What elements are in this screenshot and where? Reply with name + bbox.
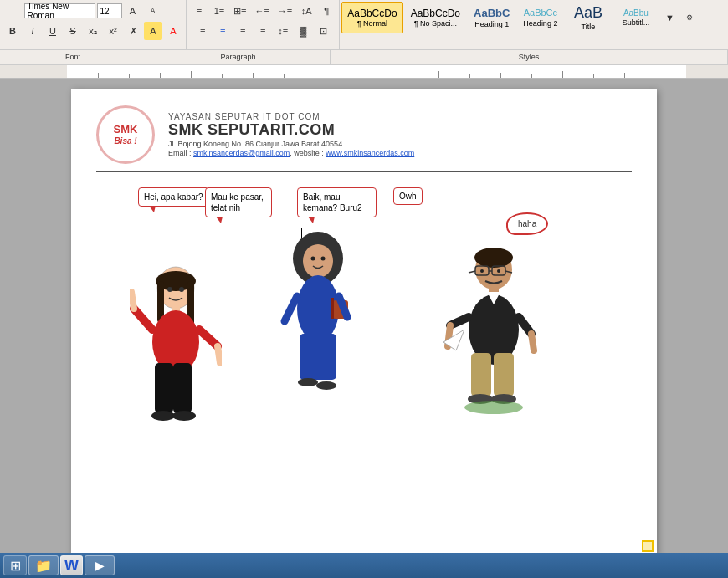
logo: SMK Bisa ! bbox=[96, 105, 155, 164]
strikethrough-btn[interactable]: S bbox=[64, 22, 82, 40]
svg-point-36 bbox=[480, 269, 484, 273]
toolbar: Times New Roman 12 A A B I U S x₂ x² ✗ A… bbox=[0, 0, 728, 50]
font-color-btn[interactable]: A bbox=[164, 22, 182, 40]
decrease-indent-btn[interactable]: ←≡ bbox=[251, 2, 272, 20]
clear-format-btn[interactable]: ✗ bbox=[124, 22, 142, 40]
bold-btn[interactable]: B bbox=[3, 22, 22, 40]
svg-rect-26 bbox=[300, 334, 336, 380]
address: Jl. Bojong Koneng No. 86 Cianjur Jawa Ba… bbox=[168, 140, 414, 148]
font-size-box[interactable]: 12 bbox=[97, 3, 122, 18]
svg-line-13 bbox=[218, 346, 220, 363]
increase-indent-btn[interactable]: →≡ bbox=[274, 2, 295, 20]
style-subtitle-preview: AaBbu bbox=[623, 8, 649, 18]
justify-btn[interactable]: ≡ bbox=[254, 22, 272, 40]
svg-point-37 bbox=[497, 269, 500, 273]
logo-smk: SMK bbox=[114, 123, 138, 136]
svg-point-27 bbox=[298, 378, 318, 386]
document-page[interactable]: SMK Bisa ! YAYASAN SEPUTAR IT DOT COM SM… bbox=[71, 89, 657, 553]
svg-point-8 bbox=[151, 411, 175, 421]
logo-bisa: Bisa ! bbox=[114, 136, 136, 146]
media-btn[interactable]: ▶ bbox=[85, 555, 115, 575]
doc-content[interactable]: Hei, apa kabar? Mau ke pasar, telat nih … bbox=[96, 179, 632, 539]
style-heading1-btn[interactable]: AaBbC Heading 1 bbox=[468, 2, 515, 33]
style-title-label: Title bbox=[582, 23, 596, 31]
header-text: YAYASAN SEPUTAR IT DOT COM SMK SEPUTARIT… bbox=[168, 112, 414, 157]
bubble-5: haha bbox=[506, 212, 548, 235]
shrink-font-btn[interactable]: A bbox=[144, 2, 162, 20]
bubble-1-text: Hei, apa kabar? bbox=[144, 192, 203, 202]
font-name-box[interactable]: Times New Roman bbox=[24, 3, 95, 18]
ruler bbox=[0, 65, 728, 79]
style-nospacing-btn[interactable]: AaBbCcDo ¶ No Spaci... bbox=[405, 2, 466, 33]
start-icon: ⊞ bbox=[10, 558, 21, 574]
grow-font-btn[interactable]: A bbox=[124, 2, 142, 20]
svg-rect-6 bbox=[155, 363, 173, 413]
style-title-btn[interactable]: AaB Title bbox=[565, 2, 611, 33]
styles-scroll-down[interactable]: ▼ bbox=[660, 8, 679, 27]
highlight-btn[interactable]: A bbox=[144, 22, 162, 40]
bubble-2: Mau ke pasar, telat nih bbox=[205, 187, 272, 217]
bubble-4-text: Owh bbox=[399, 192, 417, 201]
align-right-btn[interactable]: ≡ bbox=[233, 22, 252, 40]
media-icon: ▶ bbox=[95, 559, 105, 572]
email-link: smkinsancerdas@gmail.com bbox=[193, 149, 290, 157]
style-normal-btn[interactable]: AaBbCcDo ¶ Normal bbox=[341, 2, 402, 33]
svg-point-19 bbox=[321, 257, 326, 261]
bubble-2-text: Mau ke pasar, telat nih bbox=[211, 192, 264, 212]
svg-point-50 bbox=[464, 401, 523, 414]
font-name-row: Times New Roman 12 A A bbox=[24, 2, 162, 20]
svg-rect-47 bbox=[494, 353, 514, 396]
sort-btn[interactable]: ↕A bbox=[297, 2, 315, 20]
style-heading1-preview: AaBbC bbox=[474, 7, 510, 20]
multilevel-btn[interactable]: ⊞≡ bbox=[230, 2, 249, 20]
word-btn[interactable]: W bbox=[60, 555, 83, 575]
email-line: Email : smkinsancerdas@gmail.com, websit… bbox=[168, 149, 414, 157]
paragraph-section: ≡ 1≡ ⊞≡ ←≡ →≡ ↕A ¶ ≡ ≡ ≡ ≡ ↕≡ ▓ ⊡ bbox=[187, 0, 340, 49]
svg-rect-46 bbox=[471, 353, 491, 396]
word-icon: W bbox=[64, 557, 79, 575]
paragraph-row1: ≡ 1≡ ⊞≡ ←≡ →≡ ↕A ¶ bbox=[190, 2, 336, 20]
style-subtitle-label: Subtitl... bbox=[623, 18, 650, 27]
line-spacing-btn[interactable]: ↕≡ bbox=[274, 22, 292, 40]
font-label: Font bbox=[0, 50, 146, 64]
numbering-btn[interactable]: 1≡ bbox=[210, 2, 228, 20]
style-normal-preview: AaBbCcDo bbox=[347, 8, 397, 19]
explorer-btn[interactable]: 📁 bbox=[28, 555, 59, 575]
style-heading1-label: Heading 1 bbox=[474, 20, 509, 28]
style-normal-label: ¶ Normal bbox=[357, 19, 387, 28]
borders-btn[interactable]: ⊡ bbox=[314, 22, 332, 40]
paragraph-row2: ≡ ≡ ≡ ≡ ↕≡ ▓ ⊡ bbox=[193, 22, 332, 40]
styles-label: Styles bbox=[331, 50, 728, 64]
svg-point-9 bbox=[172, 411, 196, 421]
align-center-btn[interactable]: ≡ bbox=[213, 22, 232, 40]
figure-person1 bbox=[130, 263, 222, 448]
show-formatting-btn[interactable]: ¶ bbox=[317, 2, 336, 20]
website-link: www.smkinsancerdas.com bbox=[326, 149, 414, 157]
resize-handle[interactable] bbox=[642, 540, 654, 552]
style-subtitle-btn[interactable]: AaBbu Subtitl... bbox=[613, 2, 659, 33]
align-left-btn[interactable]: ≡ bbox=[193, 22, 212, 40]
subscript-btn[interactable]: x₂ bbox=[84, 22, 102, 40]
doc-header: SMK Bisa ! YAYASAN SEPUTAR IT DOT COM SM… bbox=[96, 105, 632, 172]
svg-point-18 bbox=[311, 257, 315, 261]
bullets-btn[interactable]: ≡ bbox=[190, 2, 208, 20]
superscript-btn[interactable]: x² bbox=[104, 22, 122, 40]
bubble-3: Baik, mau kemana? Buru2 bbox=[297, 187, 377, 217]
start-button[interactable]: ⊞ bbox=[3, 555, 27, 575]
svg-line-34 bbox=[469, 271, 475, 273]
style-title-preview: AaB bbox=[574, 4, 602, 23]
figure-person2 bbox=[276, 229, 360, 415]
bubble-3-text: Baik, mau kemana? Buru2 bbox=[303, 192, 362, 212]
paragraph-label: Paragraph bbox=[146, 50, 331, 64]
shading-btn[interactable]: ▓ bbox=[294, 22, 312, 40]
style-heading2-btn[interactable]: AaBbCc Heading 2 bbox=[517, 2, 563, 33]
bubble-1: Hei, apa kabar? bbox=[138, 187, 209, 207]
styles-change-btn[interactable]: ⚙ bbox=[680, 8, 699, 27]
ruler-inner bbox=[67, 65, 686, 78]
svg-rect-7 bbox=[173, 363, 192, 413]
figure-person3 bbox=[443, 246, 544, 432]
italic-btn[interactable]: I bbox=[23, 22, 42, 40]
org-name: YAYASAN SEPUTAR IT DOT COM bbox=[168, 112, 414, 121]
svg-line-45 bbox=[531, 334, 534, 350]
underline-btn[interactable]: U bbox=[44, 22, 62, 40]
